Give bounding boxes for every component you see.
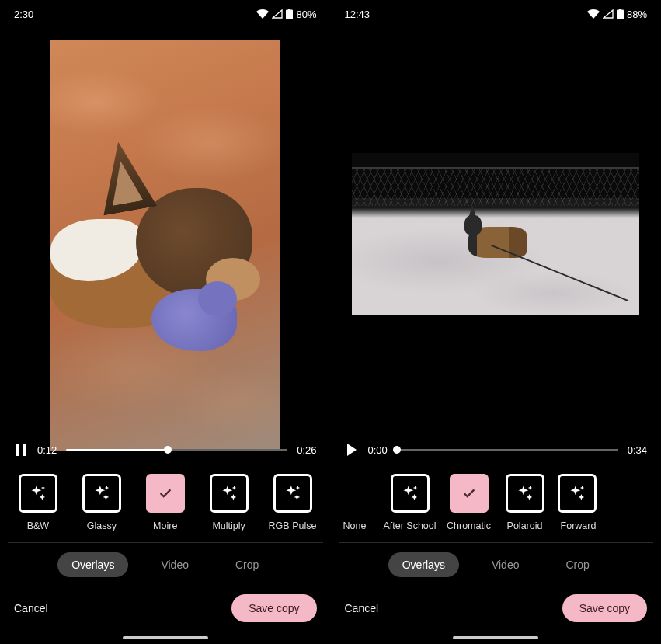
svg-rect-4 bbox=[617, 10, 624, 20]
video-preview[interactable]: 0:00 0:34 bbox=[331, 28, 662, 463]
time-current: 0:12 bbox=[37, 444, 57, 456]
phone-right: 12:43 88% 0:00 0:34 bbox=[331, 0, 662, 644]
video-frame bbox=[50, 40, 280, 451]
tab-video[interactable]: Video bbox=[478, 552, 534, 577]
svg-rect-1 bbox=[288, 9, 290, 10]
tab-overlays[interactable]: Overlays bbox=[57, 552, 128, 577]
status-time: 12:43 bbox=[345, 9, 371, 20]
filter-chromatic[interactable]: Chromatic bbox=[441, 474, 497, 531]
sparkle-icon bbox=[219, 483, 239, 503]
check-icon bbox=[461, 485, 478, 502]
scrubber[interactable] bbox=[397, 449, 618, 451]
filter-forward[interactable]: Forward bbox=[553, 474, 597, 531]
bottom-bar: Cancel Save copy bbox=[331, 577, 662, 636]
bottom-bar: Cancel Save copy bbox=[0, 577, 331, 636]
filter-strip[interactable]: None After School Chromatic Polaroid For… bbox=[331, 463, 662, 531]
pause-icon bbox=[16, 444, 26, 456]
status-right: 88% bbox=[587, 9, 647, 20]
status-bar: 12:43 88% bbox=[331, 0, 662, 28]
filter-label: Moire bbox=[153, 520, 177, 531]
edit-tabs: Overlays Video Crop bbox=[0, 552, 331, 577]
filter-rgbpulse[interactable]: RGB Pulse bbox=[266, 474, 319, 531]
tab-video[interactable]: Video bbox=[147, 552, 203, 577]
battery-icon bbox=[286, 9, 293, 19]
tab-overlays[interactable]: Overlays bbox=[388, 552, 459, 577]
svg-rect-5 bbox=[619, 9, 621, 10]
check-icon bbox=[157, 485, 174, 502]
video-preview[interactable]: 0:12 0:26 bbox=[0, 28, 331, 463]
dog-subject bbox=[50, 141, 268, 351]
battery-percent: 88% bbox=[627, 9, 647, 20]
play-button[interactable] bbox=[345, 443, 359, 457]
svg-rect-3 bbox=[23, 444, 26, 456]
edit-tabs: Overlays Video Crop bbox=[331, 552, 662, 577]
phone-left: 2:30 80% 0:12 bbox=[0, 0, 331, 644]
cancel-button[interactable]: Cancel bbox=[345, 602, 379, 614]
filter-after-school[interactable]: After School bbox=[379, 474, 441, 531]
video-controls: 0:12 0:26 bbox=[0, 443, 331, 457]
filter-none[interactable]: None bbox=[331, 474, 379, 531]
sparkle-icon bbox=[567, 483, 587, 503]
sparkle-icon bbox=[283, 483, 303, 503]
filter-label: Polaroid bbox=[507, 520, 543, 531]
sparkle-icon bbox=[400, 483, 420, 503]
filter-glassy[interactable]: Glassy bbox=[75, 474, 128, 531]
filter-label: Multiply bbox=[212, 520, 245, 531]
fence bbox=[352, 167, 639, 206]
video-controls: 0:00 0:34 bbox=[331, 443, 662, 457]
time-total: 0:26 bbox=[297, 444, 316, 456]
svg-rect-2 bbox=[16, 444, 19, 456]
sparkle-icon bbox=[28, 483, 48, 503]
sparkle-icon bbox=[515, 483, 535, 503]
filter-polaroid[interactable]: Polaroid bbox=[497, 474, 553, 531]
nav-gesture-hint[interactable] bbox=[453, 636, 538, 639]
svg-rect-0 bbox=[286, 10, 293, 20]
tab-crop[interactable]: Crop bbox=[221, 552, 273, 577]
filter-bw[interactable]: B&W bbox=[12, 474, 64, 531]
scrubber[interactable] bbox=[66, 449, 287, 451]
status-right: 80% bbox=[256, 9, 316, 20]
tab-crop[interactable]: Crop bbox=[551, 552, 603, 577]
filter-label: Chromatic bbox=[447, 520, 491, 531]
video-frame bbox=[352, 153, 639, 315]
status-time: 2:30 bbox=[14, 9, 33, 20]
status-bar: 2:30 80% bbox=[0, 0, 331, 28]
battery-icon bbox=[617, 9, 624, 19]
battery-percent: 80% bbox=[296, 9, 316, 20]
filter-label: Glassy bbox=[87, 520, 117, 531]
filter-label: Forward bbox=[561, 520, 597, 531]
filter-strip[interactable]: B&W Glassy Moire Multiply RGB Pulse bbox=[0, 463, 331, 531]
cancel-button[interactable]: Cancel bbox=[14, 602, 48, 614]
nav-gesture-hint[interactable] bbox=[123, 636, 208, 639]
divider bbox=[339, 542, 654, 543]
save-copy-button[interactable]: Save copy bbox=[562, 594, 647, 622]
divider bbox=[8, 542, 323, 543]
filter-multiply[interactable]: Multiply bbox=[203, 474, 256, 531]
wifi-icon bbox=[587, 9, 600, 19]
filter-label: B&W bbox=[27, 520, 49, 531]
save-copy-button[interactable]: Save copy bbox=[231, 594, 316, 622]
filter-moire[interactable]: Moire bbox=[139, 474, 192, 531]
time-current: 0:00 bbox=[368, 444, 388, 456]
play-icon bbox=[346, 444, 357, 456]
filter-label: After School bbox=[383, 520, 436, 531]
signal-icon bbox=[272, 9, 283, 19]
filter-label: None bbox=[343, 520, 367, 531]
time-total: 0:34 bbox=[628, 444, 647, 456]
filter-label: RGB Pulse bbox=[269, 520, 317, 531]
wifi-icon bbox=[256, 9, 269, 19]
sparkle-icon bbox=[92, 483, 112, 503]
signal-icon bbox=[603, 9, 614, 19]
pause-button[interactable] bbox=[14, 443, 28, 457]
